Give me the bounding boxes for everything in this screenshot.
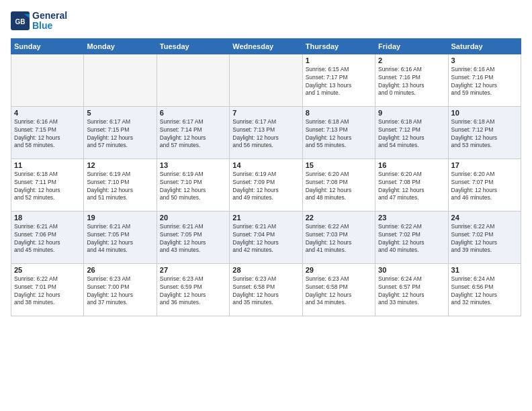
day-number: 20 <box>160 214 226 222</box>
week-row-5: 25Sunrise: 6:22 AM Sunset: 7:01 PM Dayli… <box>11 263 521 316</box>
day-number: 1 <box>306 56 372 64</box>
calendar-cell: 10Sunrise: 6:18 AM Sunset: 7:12 PM Dayli… <box>448 106 521 158</box>
calendar-table: SundayMondayTuesdayWednesdayThursdayFrid… <box>11 38 521 316</box>
calendar-cell: 28Sunrise: 6:23 AM Sunset: 6:58 PM Dayli… <box>230 263 302 316</box>
day-number: 23 <box>378 214 445 222</box>
day-info: Sunrise: 6:22 AM Sunset: 7:03 PM Dayligh… <box>306 223 372 255</box>
day-info: Sunrise: 6:23 AM Sunset: 6:58 PM Dayligh… <box>232 275 299 308</box>
day-number: 7 <box>232 109 299 117</box>
day-number: 8 <box>306 109 372 117</box>
calendar-cell: 15Sunrise: 6:20 AM Sunset: 7:08 PM Dayli… <box>302 158 375 211</box>
day-info: Sunrise: 6:16 AM Sunset: 7:15 PM Dayligh… <box>14 118 81 150</box>
calendar-cell <box>84 54 157 106</box>
calendar-cell: 27Sunrise: 6:23 AM Sunset: 6:59 PM Dayli… <box>157 263 229 316</box>
day-info: Sunrise: 6:19 AM Sunset: 7:09 PM Dayligh… <box>232 171 299 203</box>
calendar-cell: 2Sunrise: 6:16 AM Sunset: 7:16 PM Daylig… <box>375 54 448 106</box>
calendar-cell <box>230 54 302 106</box>
day-number: 6 <box>160 109 226 117</box>
calendar-cell: 18Sunrise: 6:21 AM Sunset: 7:06 PM Dayli… <box>11 211 84 263</box>
day-number: 16 <box>378 161 445 169</box>
calendar-cell: 16Sunrise: 6:20 AM Sunset: 7:08 PM Dayli… <box>375 158 448 211</box>
day-number: 5 <box>87 109 153 117</box>
calendar-cell: 3Sunrise: 6:16 AM Sunset: 7:16 PM Daylig… <box>448 54 521 106</box>
day-info: Sunrise: 6:18 AM Sunset: 7:11 PM Dayligh… <box>14 171 81 203</box>
calendar-cell: 14Sunrise: 6:19 AM Sunset: 7:09 PM Dayli… <box>230 158 302 211</box>
week-row-2: 4Sunrise: 6:16 AM Sunset: 7:15 PM Daylig… <box>11 106 521 158</box>
calendar-cell: 21Sunrise: 6:21 AM Sunset: 7:04 PM Dayli… <box>230 211 302 263</box>
day-info: Sunrise: 6:21 AM Sunset: 7:06 PM Dayligh… <box>14 223 81 255</box>
day-info: Sunrise: 6:21 AM Sunset: 7:05 PM Dayligh… <box>87 223 153 255</box>
weekday-header-sunday: Sunday <box>11 38 84 54</box>
logo-icon: GB <box>11 11 30 30</box>
day-info: Sunrise: 6:16 AM Sunset: 7:16 PM Dayligh… <box>378 66 445 98</box>
calendar-cell: 6Sunrise: 6:17 AM Sunset: 7:14 PM Daylig… <box>157 106 229 158</box>
day-number: 2 <box>378 56 445 64</box>
day-info: Sunrise: 6:22 AM Sunset: 7:02 PM Dayligh… <box>378 223 445 255</box>
day-info: Sunrise: 6:15 AM Sunset: 7:17 PM Dayligh… <box>306 66 372 98</box>
calendar-cell: 8Sunrise: 6:18 AM Sunset: 7:13 PM Daylig… <box>302 106 375 158</box>
weekday-header-friday: Friday <box>375 38 448 54</box>
day-info: Sunrise: 6:18 AM Sunset: 7:12 PM Dayligh… <box>451 118 518 150</box>
calendar-cell: 19Sunrise: 6:21 AM Sunset: 7:05 PM Dayli… <box>84 211 157 263</box>
calendar-cell: 30Sunrise: 6:24 AM Sunset: 6:57 PM Dayli… <box>375 263 448 316</box>
calendar-page: GB General Blue SundayMondayTuesdayWedne… <box>0 0 532 411</box>
calendar-cell: 5Sunrise: 6:17 AM Sunset: 7:15 PM Daylig… <box>84 106 157 158</box>
day-number: 30 <box>378 266 445 274</box>
calendar-cell: 13Sunrise: 6:19 AM Sunset: 7:10 PM Dayli… <box>157 158 229 211</box>
calendar-cell: 24Sunrise: 6:22 AM Sunset: 7:02 PM Dayli… <box>448 211 521 263</box>
calendar-cell <box>11 54 84 106</box>
header: GB General Blue <box>11 11 521 32</box>
day-number: 29 <box>306 266 372 274</box>
day-number: 31 <box>451 266 518 274</box>
day-number: 19 <box>87 214 153 222</box>
weekday-header-monday: Monday <box>84 38 157 54</box>
calendar-cell: 20Sunrise: 6:21 AM Sunset: 7:05 PM Dayli… <box>157 211 229 263</box>
weekday-header-thursday: Thursday <box>302 38 375 54</box>
day-number: 13 <box>160 161 226 169</box>
calendar-cell: 23Sunrise: 6:22 AM Sunset: 7:02 PM Dayli… <box>375 211 448 263</box>
day-number: 26 <box>87 266 153 274</box>
day-info: Sunrise: 6:23 AM Sunset: 6:59 PM Dayligh… <box>160 275 226 308</box>
day-number: 18 <box>14 214 81 222</box>
day-info: Sunrise: 6:23 AM Sunset: 7:00 PM Dayligh… <box>87 275 153 308</box>
day-info: Sunrise: 6:21 AM Sunset: 7:04 PM Dayligh… <box>232 223 299 255</box>
day-info: Sunrise: 6:18 AM Sunset: 7:12 PM Dayligh… <box>378 118 445 150</box>
day-number: 12 <box>87 161 153 169</box>
day-number: 14 <box>232 161 299 169</box>
calendar-cell: 7Sunrise: 6:17 AM Sunset: 7:13 PM Daylig… <box>230 106 302 158</box>
calendar-cell: 11Sunrise: 6:18 AM Sunset: 7:11 PM Dayli… <box>11 158 84 211</box>
weekday-header-tuesday: Tuesday <box>157 38 229 54</box>
day-info: Sunrise: 6:24 AM Sunset: 6:57 PM Dayligh… <box>378 275 445 308</box>
day-number: 4 <box>14 109 81 117</box>
calendar-cell: 31Sunrise: 6:24 AM Sunset: 6:56 PM Dayli… <box>448 263 521 316</box>
calendar-cell <box>157 54 229 106</box>
weekday-header-saturday: Saturday <box>448 38 521 54</box>
day-number: 27 <box>160 266 226 274</box>
day-info: Sunrise: 6:20 AM Sunset: 7:08 PM Dayligh… <box>378 171 445 203</box>
day-info: Sunrise: 6:17 AM Sunset: 7:14 PM Dayligh… <box>160 118 226 150</box>
day-number: 21 <box>232 214 299 222</box>
day-info: Sunrise: 6:19 AM Sunset: 7:10 PM Dayligh… <box>160 171 226 203</box>
day-number: 17 <box>451 161 518 169</box>
calendar-cell: 9Sunrise: 6:18 AM Sunset: 7:12 PM Daylig… <box>375 106 448 158</box>
day-number: 24 <box>451 214 518 222</box>
day-info: Sunrise: 6:23 AM Sunset: 6:58 PM Dayligh… <box>306 275 372 308</box>
svg-text:GB: GB <box>15 18 26 26</box>
calendar-cell: 1Sunrise: 6:15 AM Sunset: 7:17 PM Daylig… <box>302 54 375 106</box>
day-number: 11 <box>14 161 81 169</box>
day-number: 10 <box>451 109 518 117</box>
calendar-cell: 25Sunrise: 6:22 AM Sunset: 7:01 PM Dayli… <box>11 263 84 316</box>
calendar-cell: 4Sunrise: 6:16 AM Sunset: 7:15 PM Daylig… <box>11 106 84 158</box>
day-info: Sunrise: 6:20 AM Sunset: 7:08 PM Dayligh… <box>306 171 372 203</box>
day-info: Sunrise: 6:16 AM Sunset: 7:16 PM Dayligh… <box>451 66 518 98</box>
calendar-cell: 17Sunrise: 6:20 AM Sunset: 7:07 PM Dayli… <box>448 158 521 211</box>
calendar-cell: 22Sunrise: 6:22 AM Sunset: 7:03 PM Dayli… <box>302 211 375 263</box>
day-info: Sunrise: 6:24 AM Sunset: 6:56 PM Dayligh… <box>451 275 518 308</box>
logo-blue: Blue <box>32 21 67 31</box>
day-info: Sunrise: 6:22 AM Sunset: 7:02 PM Dayligh… <box>451 223 518 255</box>
day-info: Sunrise: 6:18 AM Sunset: 7:13 PM Dayligh… <box>306 118 372 150</box>
day-info: Sunrise: 6:22 AM Sunset: 7:01 PM Dayligh… <box>14 275 81 308</box>
day-info: Sunrise: 6:21 AM Sunset: 7:05 PM Dayligh… <box>160 223 226 255</box>
calendar-cell: 26Sunrise: 6:23 AM Sunset: 7:00 PM Dayli… <box>84 263 157 316</box>
weekday-header-row: SundayMondayTuesdayWednesdayThursdayFrid… <box>11 38 521 54</box>
